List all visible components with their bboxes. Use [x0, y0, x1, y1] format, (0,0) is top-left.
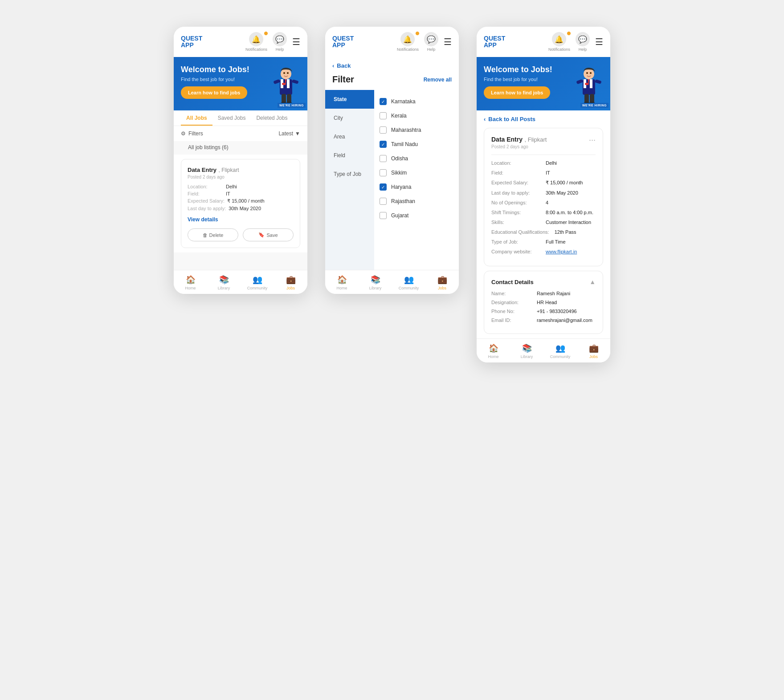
company-website-link[interactable]: www.flipkart.in	[546, 249, 577, 254]
nav3-jobs[interactable]: 💼 Jobs	[577, 343, 610, 359]
jobs-icon2: 💼	[437, 275, 447, 285]
filter-title: Filter	[332, 74, 354, 85]
contact-phone: +91 - 9833020496	[537, 309, 577, 314]
nav2-jobs[interactable]: 💼 Jobs	[425, 275, 459, 290]
job-tabs: All Jobs Saved Jobs Deleted Jobs	[174, 110, 307, 126]
library-icon: 📚	[219, 275, 229, 285]
checkbox-gujarat[interactable]	[380, 212, 387, 219]
filter-option-rajasthan: Rajasthan	[380, 194, 453, 208]
screen1-bottom-nav: 🏠 Home 📚 Library 👥 Community 💼 Jobs	[174, 270, 307, 294]
filter-icon: ⚙	[181, 130, 186, 137]
filter-option-maharashtra: Maharashtra	[380, 123, 453, 137]
banner-subtitle3: Find the best job for you!	[484, 77, 603, 82]
screen1-banner: Welcome to Jobs! Find the best job for y…	[174, 57, 307, 110]
checkbox-odisha[interactable]	[380, 155, 387, 162]
delete-button[interactable]: 🗑 Delete	[188, 228, 238, 241]
contact-name: Ramesh Rajani	[537, 291, 570, 296]
checkbox-kerala[interactable]	[380, 112, 387, 119]
nav2-community[interactable]: 👥 Community	[392, 275, 425, 290]
contact-title-row: Contact Details ▲	[491, 278, 596, 285]
filter-title-bar: Filter Remove all	[325, 74, 459, 90]
back-label3: Back to All Posts	[488, 116, 535, 122]
help-icon2: 💬	[424, 32, 438, 46]
chevron-left-icon2: ‹	[484, 116, 486, 122]
checkbox-sikkim[interactable]	[380, 169, 387, 176]
home-icon: 🏠	[186, 275, 196, 285]
notifications-btn3[interactable]: 🔔 Notifications	[548, 32, 570, 52]
contact-collapse-btn[interactable]: ▲	[589, 278, 596, 285]
banner-title3: Welcome to Jobs!	[484, 65, 603, 75]
job-company: Flipkart	[221, 167, 239, 173]
save-button[interactable]: 🔖 Save	[243, 228, 294, 241]
help-icon: 💬	[273, 32, 287, 46]
learn-jobs-button[interactable]: Learn how to find jobs	[181, 86, 247, 99]
remove-all-btn[interactable]: Remove all	[424, 77, 452, 83]
hamburger-icon[interactable]: ☰	[292, 37, 300, 47]
more-options-btn[interactable]: ···	[589, 135, 596, 145]
learn-jobs-button3[interactable]: Learn how to find jobs	[484, 86, 550, 99]
nav-community[interactable]: 👥 Community	[241, 275, 274, 290]
notification-badge2	[415, 31, 420, 36]
help-btn3[interactable]: 💬 Help	[576, 32, 590, 52]
bell-icon3: 🔔	[552, 32, 566, 46]
nav-jobs[interactable]: 💼 Jobs	[274, 275, 307, 290]
checkbox-haryana[interactable]: ✓	[380, 183, 387, 191]
back-to-all-posts-btn[interactable]: ‹ Back to All Posts	[477, 110, 610, 128]
sidebar-area[interactable]: Area	[325, 127, 374, 146]
job-details: Location: Delhi Field: IT Expected Salar…	[188, 184, 294, 211]
hamburger-icon2[interactable]: ☰	[444, 37, 452, 47]
header-icons3: 🔔 Notifications 💬 Help ☰	[548, 32, 603, 52]
banner-title: Welcome to Jobs!	[181, 65, 300, 75]
sidebar-field[interactable]: Field	[325, 146, 374, 165]
tab-all-jobs[interactable]: All Jobs	[181, 110, 212, 126]
screen1-frame: QUEST APP 🔔 Notifications 💬 Help ☰ Welco…	[174, 27, 307, 294]
hamburger-icon3[interactable]: ☰	[595, 37, 603, 47]
logo3: QUEST APP	[484, 35, 505, 49]
screen3-frame: QUEST APP 🔔 Notifications 💬 Help ☰ Welco…	[477, 27, 610, 362]
filter-option-gujarat: Gujarat	[380, 208, 453, 223]
notifications-btn[interactable]: 🔔 Notifications	[245, 32, 267, 52]
sidebar-city[interactable]: City	[325, 109, 374, 127]
nav3-community[interactable]: 👥 Community	[543, 343, 577, 359]
help-btn2[interactable]: 💬 Help	[424, 32, 438, 52]
nav3-library[interactable]: 📚 Library	[510, 343, 543, 359]
checkbox-karnataka[interactable]: ✓	[380, 98, 387, 105]
notifications-btn2[interactable]: 🔔 Notifications	[397, 32, 419, 52]
screen1-header: QUEST APP 🔔 Notifications 💬 Help ☰	[174, 27, 307, 57]
chevron-left-icon: ‹	[332, 62, 334, 69]
logo: QUEST APP	[181, 35, 202, 49]
nav2-home[interactable]: 🏠 Home	[325, 275, 359, 290]
nav3-home[interactable]: 🏠 Home	[477, 343, 510, 359]
screen2-frame: QUEST APP 🔔 Notifications 💬 Help ☰ ‹ Bac…	[325, 27, 459, 294]
latest-sort-btn[interactable]: Latest ▼	[278, 130, 300, 137]
tab-saved-jobs[interactable]: Saved Jobs	[212, 110, 251, 126]
header-icons: 🔔 Notifications 💬 Help ☰	[245, 32, 300, 52]
chevron-down-icon: ▼	[295, 130, 300, 137]
sidebar-state[interactable]: State	[325, 90, 374, 109]
contact-email: rameshrajani@gmail.com	[537, 317, 592, 323]
back-btn[interactable]: ‹ Back	[325, 57, 459, 74]
library-icon2: 📚	[371, 275, 380, 285]
svg-rect-18	[585, 83, 588, 85]
help-btn[interactable]: 💬 Help	[273, 32, 287, 52]
community-icon3: 👥	[555, 343, 565, 353]
latest-label: Latest	[278, 130, 293, 137]
job-detail-card: Data Entry , Flipkart Posted 2 days ago …	[484, 128, 603, 266]
filters-btn[interactable]: ⚙ Filters	[181, 130, 203, 137]
bookmark-icon: 🔖	[258, 232, 265, 238]
checkbox-maharashtra[interactable]	[380, 126, 387, 134]
detail-job-posted: Posted 2 days ago	[491, 144, 547, 149]
nav-home[interactable]: 🏠 Home	[174, 275, 207, 290]
jobs-icon3: 💼	[589, 343, 599, 353]
nav-library[interactable]: 📚 Library	[207, 275, 241, 290]
filter-options-list: ✓ Karnataka Kerala Maharashtra ✓ Tamil N…	[374, 90, 459, 270]
nav2-library[interactable]: 📚 Library	[359, 275, 392, 290]
checkbox-tamilnadu[interactable]: ✓	[380, 141, 387, 148]
filter-option-karnataka: ✓ Karnataka	[380, 94, 453, 109]
checkbox-rajasthan[interactable]	[380, 198, 387, 205]
sidebar-typeofjob[interactable]: Type of Job	[325, 165, 374, 183]
screen3-banner: Welcome to Jobs! Find the best job for y…	[477, 57, 610, 110]
tab-deleted-jobs[interactable]: Deleted Jobs	[251, 110, 293, 126]
filters-bar: ⚙ Filters Latest ▼	[174, 126, 307, 141]
view-details-link[interactable]: View details	[188, 216, 218, 223]
